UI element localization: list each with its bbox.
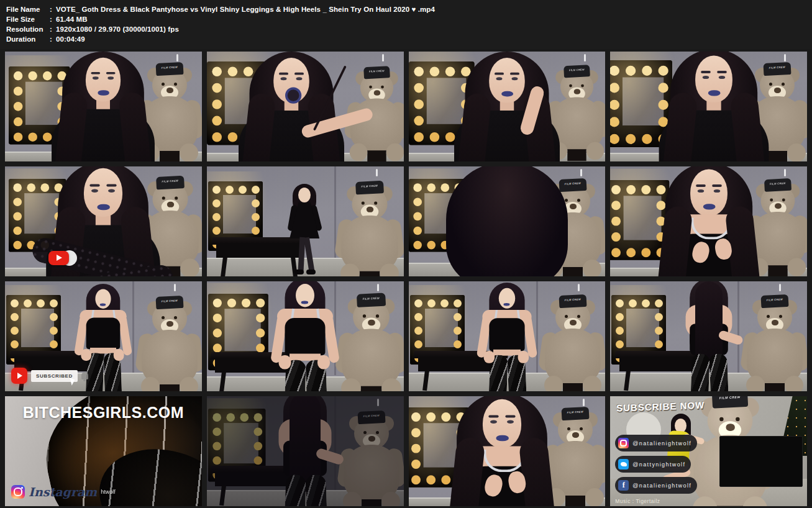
cord [176, 54, 178, 61]
dark-tint [207, 396, 404, 506]
f-mouth [285, 88, 301, 104]
fv-cami [86, 318, 121, 349]
twitter-handle-row: @nattynightwolf [615, 456, 691, 473]
f-brow [488, 415, 498, 417]
fd-tight [304, 237, 314, 271]
b-eye [782, 83, 785, 86]
b-cap: FILM CREW [363, 66, 390, 79]
bell-icon [81, 372, 88, 379]
f-eye [713, 189, 719, 193]
thumbnail-frame-14: FILM CREW [207, 396, 404, 506]
b-nose [726, 424, 735, 431]
f-eye [718, 76, 724, 79]
duration-row: Duration:00:04:49 [6, 34, 812, 44]
b-nose [167, 88, 173, 93]
thumbnail-frame-09: FILM CREW SUBSCRIBED [5, 281, 202, 391]
b-nose [366, 207, 373, 212]
f-brow [510, 73, 519, 75]
fv-hand [81, 349, 92, 361]
person-figure [435, 396, 569, 506]
b-nose [570, 320, 577, 325]
fv-hand [279, 355, 291, 370]
f-lips [501, 91, 513, 97]
b-leg [386, 143, 403, 161]
fd-shoe [306, 270, 316, 274]
ig-dot [21, 487, 23, 489]
censor-box [719, 436, 803, 487]
b-leg [380, 263, 399, 276]
b-nose [167, 321, 173, 327]
meta-label: File Name [6, 4, 50, 14]
cord [382, 54, 384, 61]
f-brow [701, 71, 711, 73]
thumbnail-frame-08: FILM CREW [610, 166, 807, 276]
b-nose [373, 90, 380, 96]
b-leg [787, 143, 806, 161]
facebook-handle: @natalienightwolf [632, 483, 691, 489]
fd-face [298, 188, 311, 202]
thumbnail-frame-05: FILM CREW [5, 166, 202, 276]
instagram-handle-row: @natalienightwolf [615, 435, 697, 451]
thumbnail-frame-15: FILM CREW [409, 396, 606, 506]
person-figure [229, 52, 354, 161]
fv-hand [518, 351, 529, 363]
b-nose [772, 320, 778, 325]
youtube-subscribed-overlay: SUBSCRIBED [11, 368, 88, 384]
f-eye [496, 77, 502, 80]
cord [377, 284, 379, 291]
f-eye [702, 76, 708, 79]
b-cap-t: FILM CREW [712, 396, 748, 401]
person-figure [243, 281, 367, 391]
cord [784, 169, 786, 176]
meta-label: Duration [6, 34, 50, 44]
b-eye [174, 83, 177, 86]
b-cap-t: FILM CREW [355, 181, 383, 189]
b-cap-t: FILM CREW [155, 296, 183, 303]
instagram-icon [11, 485, 25, 499]
thumbnail-frame-03: FILM CREW [409, 52, 606, 161]
instagram-handle-fragment: htwolf [101, 489, 116, 495]
f-lips [98, 90, 109, 96]
f-brow [712, 184, 722, 187]
resolution-value: 1920x1080 / 29.970 (30000/1001) fps [56, 25, 179, 33]
twitter-handle: @nattynightwolf [632, 461, 685, 468]
v-leg [219, 372, 226, 391]
f-brow [505, 415, 515, 417]
thumbnail-grid: FILM CREW FILM CREW FILM CREW FILM CREW … [0, 49, 812, 508]
instagram-wordmark: Instagram [29, 485, 97, 499]
v-leg [624, 371, 631, 391]
f-lips [703, 204, 716, 209]
twitter-icon [618, 459, 629, 469]
b-leg [583, 260, 601, 276]
b-eye [375, 314, 378, 317]
youtube-icon [11, 368, 27, 384]
b-leg [180, 143, 198, 161]
f-lips [98, 204, 110, 210]
fv-lips [503, 303, 509, 306]
b-cap-t: FILM CREW [363, 66, 390, 73]
meta-label: File Size [6, 14, 50, 24]
thumbnail-frame-06: FILM CREW [207, 166, 404, 276]
f-eye [697, 189, 703, 193]
b-cap-t: FILM CREW [559, 294, 586, 302]
fv-hand [483, 351, 495, 363]
person-figure [43, 52, 164, 161]
b-cap: FILM CREW [712, 396, 748, 409]
hb [446, 166, 568, 276]
b-leg [180, 377, 198, 391]
b-cap-t: FILM CREW [559, 178, 586, 186]
thumbnail-endcard: FILM CREW SUBSCRIBE NOW @natalienightwol… [610, 396, 807, 506]
f-eye [511, 77, 518, 80]
b-nose [775, 203, 782, 209]
tw-b [621, 462, 627, 466]
fv-cami [285, 318, 326, 355]
facebook-handle-row: f @natalienightwolf [615, 477, 697, 494]
meta-colon: : [50, 14, 56, 24]
f-brow [279, 73, 288, 75]
b-cap: FILM CREW [559, 178, 587, 192]
b-leg [586, 142, 604, 160]
f-hairf [518, 437, 557, 506]
f-lips [496, 435, 508, 441]
person-figure [452, 283, 562, 391]
yt-tri2 [17, 373, 22, 379]
